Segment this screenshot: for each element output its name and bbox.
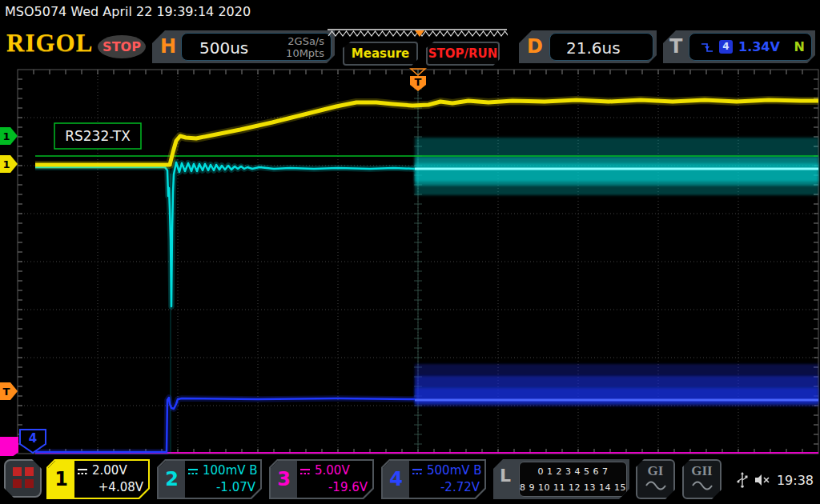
channel2-scale: 100mV <box>203 463 246 478</box>
channel2-number-tab: 2 <box>159 461 185 498</box>
timebase-value: 500us <box>199 38 248 58</box>
channel3-number-tab: 3 <box>271 461 297 498</box>
delay-label: D <box>527 35 543 58</box>
menu-grid-icon <box>13 467 34 488</box>
channel2-box[interactable]: 2 100mV B -1.07V <box>157 459 262 499</box>
acquisition-info: 2GSa/s 10Mpts <box>286 35 324 59</box>
generator1-label: GI <box>637 463 673 479</box>
generator2-button[interactable]: GII <box>682 459 722 499</box>
channel4-offset: -2.72V <box>412 479 480 496</box>
dc-coupling-icon <box>299 468 312 475</box>
logic-label: L <box>500 466 511 486</box>
logic-channels-box[interactable]: L 0 1 2 3 4 5 6 7 8 9 10 11 12 13 14 15 <box>493 459 629 499</box>
decode-bus-marker[interactable]: 1 <box>0 127 18 145</box>
svg-text:RS232-TX: RS232-TX <box>65 128 131 144</box>
sound-muted-icon <box>754 474 770 486</box>
delay-value: 21.6us <box>566 38 621 58</box>
dc-coupling-icon <box>77 468 89 475</box>
trigger-settings-box[interactable]: T 4 1.34V N <box>663 30 815 63</box>
trigger-level-value: 1.34V <box>738 39 780 54</box>
menu-button[interactable] <box>4 459 42 498</box>
clock: 19:38 <box>777 473 814 488</box>
dc-coupling-icon <box>187 468 199 475</box>
channel2-bw-limit: B <box>249 463 257 478</box>
waveform-display-area[interactable]: RS232-TX11T4T <box>0 68 820 456</box>
trigger-level-marker[interactable]: T <box>0 382 18 400</box>
trigger-source-badge: 4 <box>719 40 733 54</box>
measure-button[interactable]: Measure <box>343 42 418 66</box>
usb-icon <box>737 472 748 488</box>
ch3-position-marker[interactable] <box>0 438 18 456</box>
channel1-number-tab: 1 <box>48 461 74 498</box>
channel1-box[interactable]: 1 2.00V +4.08V <box>46 459 150 499</box>
delay-settings-box[interactable]: D 21.6us <box>519 30 657 63</box>
decode-label: RS232-TX <box>54 123 141 149</box>
horizontal-settings-box[interactable]: H 500us 2GSa/s 10Mpts <box>152 30 335 63</box>
ch4-noise-band <box>415 364 818 406</box>
bottom-bar: 1 2.00V +4.08V 2 100mV B -1.07V 3 5.00 <box>0 456 820 504</box>
trigger-label: T <box>669 35 682 58</box>
svg-text:1: 1 <box>2 130 10 142</box>
falling-edge-icon <box>701 42 713 53</box>
dc-coupling-icon <box>412 468 424 475</box>
horizontal-label: H <box>160 35 176 58</box>
generator2-label: GII <box>684 463 720 479</box>
trigger-mode: N <box>794 39 805 54</box>
status-area: 19:38 <box>737 456 814 504</box>
svg-text:4: 4 <box>29 431 37 446</box>
sample-rate: 2GSa/s <box>287 35 324 47</box>
toolbar: RIGOL STOP H 500us 2GSa/s 10Mpts Measure… <box>0 24 820 68</box>
sine-wave-icon <box>645 480 667 491</box>
horizontal-inner-box: 500us 2GSa/s 10Mpts <box>181 33 332 61</box>
channel2-offset: -1.07V <box>187 479 255 496</box>
waveform-position-indicator[interactable] <box>327 28 508 41</box>
logic-digit-list: 0 1 2 3 4 5 6 7 8 9 10 11 12 13 14 15 <box>519 462 627 497</box>
channel1-scale: 2.00V <box>92 463 127 478</box>
sine-wave-icon <box>691 480 713 491</box>
model-and-datetime: MSO5074 Wed April 22 19:39:14 2020 <box>0 0 820 24</box>
logic-row-1: 0 1 2 3 4 5 6 7 <box>520 464 626 480</box>
channel1-offset: +4.08V <box>77 479 143 496</box>
svg-text:T: T <box>415 76 422 88</box>
channel4-scale: 500mV <box>427 463 470 478</box>
delay-inner-box: 21.6us <box>549 33 653 61</box>
rigol-logo: RIGOL <box>6 29 93 58</box>
channel3-scale: 5.00V <box>315 463 350 478</box>
channel4-bw-limit: B <box>473 463 481 478</box>
svg-text:T: T <box>3 386 10 398</box>
generator1-button[interactable]: GI <box>636 459 675 499</box>
ch2-noise-band <box>415 138 818 195</box>
channel4-box[interactable]: 4 500mV B -2.72V <box>381 459 486 499</box>
channel3-box[interactable]: 3 5.00V -19.6V <box>269 459 374 499</box>
memory-depth: 10Mpts <box>286 47 324 59</box>
channel4-number-tab: 4 <box>383 461 409 498</box>
oscilloscope-screen: MSO5074 Wed April 22 19:39:14 2020 RIGOL… <box>0 0 820 504</box>
run-state-indicator[interactable]: STOP <box>98 35 146 58</box>
trigger-inner-box: 4 1.34V N <box>689 33 812 61</box>
logic-row-2: 8 9 10 11 12 13 14 15 <box>520 480 626 496</box>
ch2-trace <box>18 162 415 306</box>
svg-text:1: 1 <box>2 158 10 170</box>
ch1-position-marker[interactable]: 1 <box>0 155 18 173</box>
stop-run-button[interactable]: STOP/RUN <box>426 42 500 66</box>
channel3-offset: -19.6V <box>299 479 368 496</box>
